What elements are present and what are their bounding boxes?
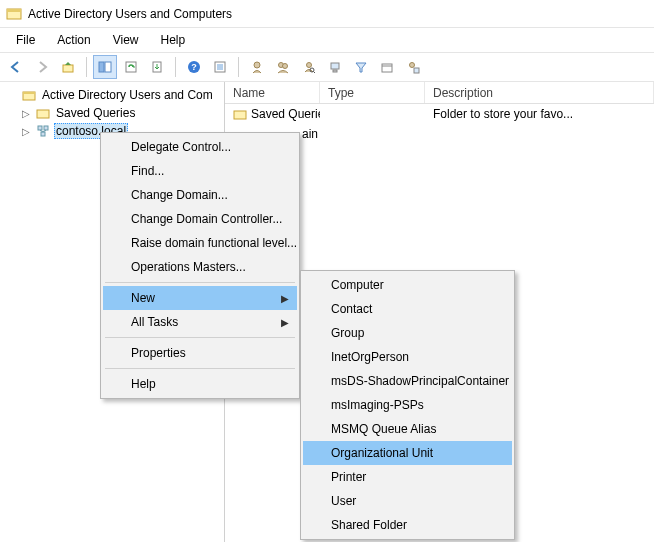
context-menu-item[interactable]: Change Domain... — [103, 183, 297, 207]
list-row[interactable]: Saved Queries Folder to store your favo.… — [225, 104, 654, 124]
context-menu-item[interactable]: All Tasks▶ — [103, 310, 297, 334]
folder-icon — [36, 106, 50, 120]
context-menu-item[interactable]: Delegate Control... — [103, 135, 297, 159]
context-menu: Delegate Control...Find...Change Domain.… — [100, 132, 300, 399]
menu-action[interactable]: Action — [47, 30, 100, 50]
properties-button[interactable] — [208, 55, 232, 79]
context-submenu-new: ComputerContactGroupInetOrgPersonmsDS-Sh… — [300, 270, 515, 540]
context-menu-item[interactable]: Printer — [303, 465, 512, 489]
container-button[interactable] — [375, 55, 399, 79]
context-menu-item-label: Help — [131, 377, 156, 391]
context-menu-item[interactable]: User — [303, 489, 512, 513]
cell-type — [320, 132, 425, 136]
context-menu-item[interactable]: Group — [303, 321, 512, 345]
up-button[interactable] — [56, 55, 80, 79]
svg-rect-29 — [44, 126, 48, 130]
svg-point-13 — [254, 62, 260, 68]
context-menu-item[interactable]: Shared Folder — [303, 513, 512, 537]
find-button[interactable] — [297, 55, 321, 79]
context-menu-item[interactable]: Organizational Unit — [303, 441, 512, 465]
toolbar-separator — [175, 57, 176, 77]
context-menu-item[interactable]: Operations Masters... — [103, 255, 297, 279]
context-menu-item[interactable]: Find... — [103, 159, 297, 183]
context-menu-item-label: New — [131, 291, 155, 305]
context-menu-item-label: Change Domain... — [131, 188, 228, 202]
svg-rect-19 — [331, 63, 339, 69]
context-menu-item[interactable]: Computer — [303, 273, 512, 297]
folder-icon — [233, 107, 247, 121]
menu-help[interactable]: Help — [151, 30, 196, 50]
help-button[interactable]: ? — [182, 55, 206, 79]
app-icon — [6, 6, 22, 22]
svg-rect-1 — [7, 9, 21, 12]
svg-text:?: ? — [191, 62, 197, 72]
menu-bar: File Action View Help — [0, 28, 654, 52]
show-hide-tree-button[interactable] — [93, 55, 117, 79]
context-menu-separator — [105, 368, 295, 369]
menu-view[interactable]: View — [103, 30, 149, 50]
context-menu-item-label: Properties — [131, 346, 186, 360]
svg-rect-20 — [333, 70, 337, 72]
misc-button[interactable] — [401, 55, 425, 79]
column-header-type[interactable]: Type — [320, 82, 425, 103]
context-menu-item[interactable]: Properties — [103, 341, 297, 365]
context-menu-item-label: All Tasks — [131, 315, 178, 329]
context-menu-item-label: Change Domain Controller... — [131, 212, 282, 226]
context-menu-item[interactable]: Contact — [303, 297, 512, 321]
forward-button[interactable] — [30, 55, 54, 79]
svg-point-23 — [410, 63, 415, 68]
tree-item-saved-queries[interactable]: ▷ Saved Queries — [2, 104, 222, 122]
context-menu-item-label: Computer — [331, 278, 384, 292]
context-menu-item-label: User — [331, 494, 356, 508]
context-menu-item[interactable]: msImaging-PSPs — [303, 393, 512, 417]
submenu-arrow-icon: ▶ — [281, 317, 289, 328]
toolbar: ? — [0, 52, 654, 82]
context-menu-item-label: Group — [331, 326, 364, 340]
add-computer-button[interactable] — [323, 55, 347, 79]
svg-rect-30 — [41, 132, 45, 136]
context-menu-item-label: Shared Folder — [331, 518, 407, 532]
list-header: Name Type Description — [225, 82, 654, 104]
filter-button[interactable] — [349, 55, 373, 79]
context-menu-item-label: Organizational Unit — [331, 446, 433, 460]
expand-icon[interactable]: ▷ — [20, 108, 32, 119]
context-menu-item-label: InetOrgPerson — [331, 350, 409, 364]
context-menu-item[interactable]: Raise domain functional level... — [103, 231, 297, 255]
context-menu-item[interactable]: Change Domain Controller... — [103, 207, 297, 231]
submenu-arrow-icon: ▶ — [281, 293, 289, 304]
context-menu-separator — [105, 282, 295, 283]
context-menu-item[interactable]: New▶ — [103, 286, 297, 310]
expand-icon[interactable]: ▷ — [20, 126, 32, 137]
svg-rect-4 — [105, 62, 111, 72]
toolbar-separator — [238, 57, 239, 77]
column-header-name[interactable]: Name — [225, 82, 320, 103]
export-list-button[interactable] — [145, 55, 169, 79]
context-menu-item[interactable]: MSMQ Queue Alias — [303, 417, 512, 441]
svg-rect-27 — [37, 110, 49, 118]
cell-description — [425, 132, 654, 136]
add-user-button[interactable] — [245, 55, 269, 79]
cell-name: Saved Queries — [225, 105, 320, 124]
svg-rect-28 — [38, 126, 42, 130]
add-group-button[interactable] — [271, 55, 295, 79]
folder-icon — [22, 88, 36, 102]
domain-icon — [36, 124, 50, 138]
context-menu-item-label: msImaging-PSPs — [331, 398, 424, 412]
back-button[interactable] — [4, 55, 28, 79]
tree-root[interactable]: Active Directory Users and Com — [2, 86, 222, 104]
tree-root-label: Active Directory Users and Com — [40, 87, 215, 103]
context-menu-item[interactable]: Help — [103, 372, 297, 396]
column-header-description[interactable]: Description — [425, 82, 654, 103]
context-menu-item-label: Raise domain functional level... — [131, 236, 297, 250]
context-menu-separator — [105, 337, 295, 338]
svg-point-15 — [283, 64, 288, 69]
refresh-button[interactable] — [119, 55, 143, 79]
svg-line-18 — [314, 72, 316, 74]
context-menu-item-label: MSMQ Queue Alias — [331, 422, 436, 436]
menu-file[interactable]: File — [6, 30, 45, 50]
context-menu-item[interactable]: msDS-ShadowPrincipalContainer — [303, 369, 512, 393]
tree-item-label: Saved Queries — [54, 105, 137, 121]
svg-rect-21 — [382, 64, 392, 72]
window-title: Active Directory Users and Computers — [28, 7, 232, 21]
context-menu-item[interactable]: InetOrgPerson — [303, 345, 512, 369]
